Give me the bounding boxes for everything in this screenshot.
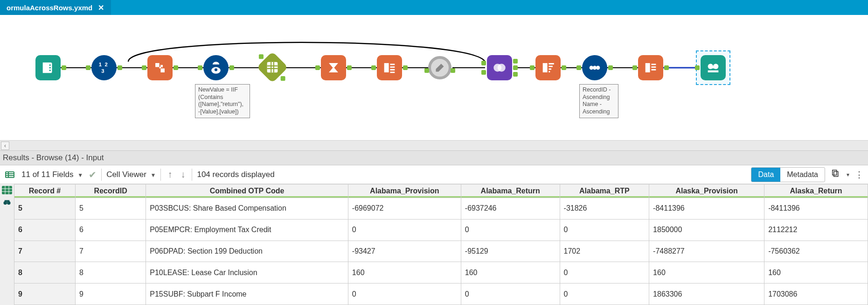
col-alabama-provision[interactable]: Alabama_Provision [348,184,461,198]
table-cell[interactable]: 6 [14,219,76,241]
table-cell[interactable]: 0 [560,262,649,284]
cell-viewer-dropdown[interactable]: Cell Viewer ▼ [106,170,156,179]
anchor-out[interactable] [608,65,613,70]
table-cell[interactable]: 160 [348,262,461,284]
data-metadata-toggle[interactable]: Data Metadata [751,167,825,182]
anchor-in[interactable] [371,65,376,70]
table-cell[interactable]: -93427 [348,241,461,262]
table-cell[interactable]: P15SUBF: Subpart F Income [146,284,348,305]
table-row[interactable]: 55P03SBCUS: Share Based Compensation-696… [14,198,868,220]
table-cell[interactable]: -95129 [461,241,560,262]
col-record-id[interactable]: RecordID [76,184,146,198]
table-cell[interactable]: 1702 [560,241,649,262]
binoculars-icon[interactable] [1,197,13,207]
table-cell[interactable]: 1863306 [649,284,764,305]
anchor-in[interactable] [695,65,700,70]
workflow-canvas[interactable]: 123 [0,15,868,140]
table-cell[interactable]: 8 [14,262,76,284]
table-cell[interactable]: 0 [560,219,649,241]
copy-icon[interactable] [829,169,841,180]
anchor-in[interactable] [142,65,146,70]
canvas-hscroll[interactable]: ‹ [0,140,868,150]
anchor-out[interactable] [229,65,234,70]
anchor-out[interactable] [118,65,122,70]
table-cell[interactable]: P06DPAD: Section 199 Deduction [146,241,348,262]
anchor-in[interactable] [632,65,637,70]
table-cell[interactable]: 9 [14,284,76,305]
scroll-left-icon[interactable]: ‹ [1,142,9,150]
table-row[interactable]: 77P06DPAD: Section 199 Deduction-93427-9… [14,241,868,262]
anchor-in-left[interactable] [481,61,486,65]
select2-tool[interactable] [638,55,663,80]
anchor-out[interactable] [281,76,285,81]
table-cell[interactable]: 8 [76,262,146,284]
browse-tool[interactable] [701,55,726,80]
table-cell[interactable]: -8411396 [764,198,868,220]
table-cell[interactable]: 6 [76,219,146,241]
table-cell[interactable]: 0 [348,284,461,305]
chevron-down-icon[interactable]: ▾ [847,171,849,178]
table-cell[interactable]: -6969072 [348,198,461,220]
sort-tool[interactable] [535,55,561,80]
table-cell[interactable]: 5 [14,198,76,220]
table-cell[interactable]: 160 [461,262,560,284]
anchor-out[interactable] [62,65,66,70]
table-cell[interactable]: 9 [76,284,146,305]
more-icon[interactable]: ⋮ [853,170,865,180]
join-tool[interactable] [487,55,512,80]
anchor-out-right[interactable] [513,72,518,77]
table-row[interactable]: 99P15SUBF: Subpart F Income0001863306170… [14,284,868,305]
anchor-in[interactable] [86,65,90,70]
close-icon[interactable]: ✕ [97,4,104,11]
table-cell[interactable]: P05EMPCR: Employment Tax Credit [146,219,348,241]
anchor-out[interactable] [664,65,669,70]
summarize-tool[interactable] [321,55,346,80]
table-cell[interactable]: P03SBCUS: Share Based Compensation [146,198,348,220]
anchor-out[interactable] [347,65,352,70]
table-cell[interactable]: 2112212 [764,219,868,241]
anchor-in[interactable] [530,65,535,70]
list-view-icon[interactable] [4,170,15,179]
anchor-in-right[interactable] [481,70,486,75]
table-cell[interactable]: 7 [14,241,76,262]
anchor-out-join[interactable] [513,65,518,70]
workflow-tab[interactable]: ormulaAcrossRows.yxmd ✕ [0,0,111,15]
data-cleansing-tool[interactable] [428,56,451,79]
transpose-tool[interactable] [147,55,173,80]
check-icon[interactable]: ✔ [89,169,97,180]
table-cell[interactable]: 5 [76,198,146,220]
anchor-in[interactable] [424,68,429,73]
table-row[interactable]: 88P10LEASE: Lease Car Inclusion160160016… [14,262,868,284]
table-cell[interactable]: 0 [461,284,560,305]
col-record-num[interactable]: Record # [14,184,76,198]
table-cell[interactable]: -7560362 [764,241,868,262]
table-row[interactable]: 66P05EMPCR: Employment Tax Credit0001850… [14,219,868,241]
anchor-in[interactable] [576,65,581,70]
table-cell[interactable]: 160 [649,262,764,284]
arrow-down-icon[interactable]: ↓ [179,169,187,180]
arrow-up-icon[interactable]: ↑ [166,169,174,180]
anchor-in[interactable] [198,65,202,70]
table-cell[interactable]: 7 [76,241,146,262]
anchor-out[interactable] [174,65,178,70]
anchor-out[interactable] [562,65,566,70]
anchor-out[interactable] [451,68,455,73]
anchor-in[interactable] [315,65,320,70]
table-cell[interactable]: -8411396 [649,198,764,220]
anchor-in[interactable] [259,54,264,59]
table-cell[interactable]: 0 [560,284,649,305]
dynamic-rename-tool[interactable] [582,55,607,80]
table-cell[interactable]: -6937246 [461,198,560,220]
fields-count[interactable]: 11 of 11 Fields ▼ [21,170,83,179]
seg-data[interactable]: Data [751,168,780,182]
seg-metadata[interactable]: Metadata [780,168,825,182]
col-alaska-provision[interactable]: Alaska_Provision [649,184,764,198]
table-cell[interactable]: 0 [348,219,461,241]
record-id-tool[interactable]: 123 [91,55,117,80]
table-cell[interactable]: -7488277 [649,241,764,262]
results-grid[interactable]: Record # RecordID Combined OTP Code Alab… [14,184,868,305]
table-cell[interactable]: 160 [764,262,868,284]
formula-tool[interactable] [203,55,229,80]
table-cell[interactable]: P10LEASE: Lease Car Inclusion [146,262,348,284]
col-alabama-rtp[interactable]: Alabama_RTP [560,184,649,198]
